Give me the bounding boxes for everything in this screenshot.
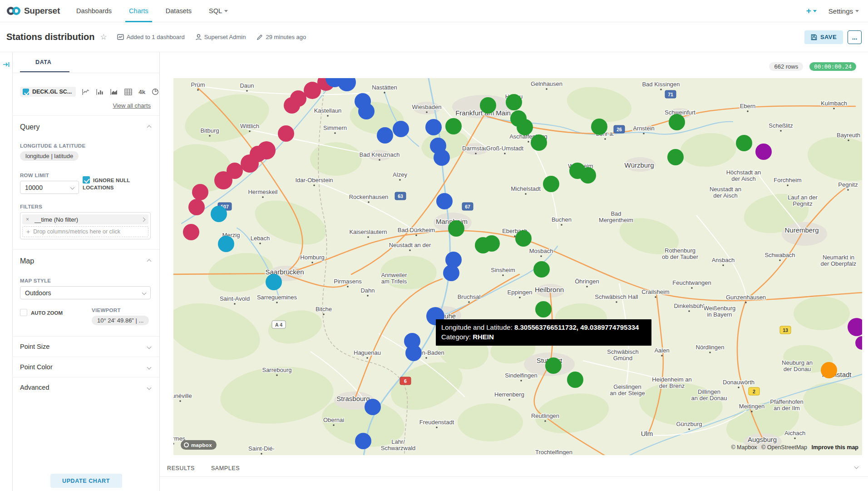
mapbox-attribution-link[interactable]: © Mapbox (731, 444, 757, 451)
map-point[interactable] (266, 274, 282, 290)
map-point[interactable] (434, 149, 450, 166)
nav-charts[interactable]: Charts (129, 0, 148, 22)
filter-chip[interactable]: × __time (No filter) (22, 214, 148, 224)
viz-selected-check (23, 89, 29, 95)
map-point[interactable] (436, 193, 453, 209)
save-button[interactable]: SAVE (804, 30, 843, 44)
lonlat-chip[interactable]: longitude | latitude (20, 151, 79, 161)
panel-tabs: DATA (13, 52, 159, 73)
map-point[interactable] (480, 97, 496, 114)
map-point[interactable] (445, 118, 462, 134)
map-point[interactable] (580, 167, 596, 184)
map-town-label: Rothenburgob der Tauber (662, 247, 699, 260)
auto-zoom-checkbox[interactable] (20, 309, 27, 316)
ignore-null-checkbox[interactable] (83, 176, 90, 184)
filter-drop-zone[interactable]: + Drop columns/metrics here or click (22, 226, 148, 237)
map-point[interactable] (533, 261, 550, 278)
line-chart-icon[interactable] (82, 89, 90, 95)
nav-dashboards[interactable]: Dashboards (76, 0, 112, 22)
nav-sql[interactable]: SQL (209, 0, 228, 22)
tab-results[interactable]: RESULTS (167, 465, 195, 476)
big-number-icon[interactable]: 4k (138, 89, 145, 95)
map-point[interactable] (188, 199, 205, 215)
map-point[interactable] (483, 235, 500, 252)
map-point[interactable] (443, 265, 459, 281)
viewport-chip[interactable]: 10° 24' 49.86" | ... (92, 316, 149, 325)
map-point[interactable] (405, 345, 422, 361)
map-town-label: Haguenau (354, 349, 381, 356)
map-point[interactable] (736, 135, 752, 151)
map-point[interactable] (284, 97, 300, 114)
map-point[interactable] (535, 301, 552, 317)
settings-menu[interactable]: Settings (829, 7, 859, 15)
pie-chart-icon[interactable] (152, 88, 159, 95)
improve-map-link[interactable]: Improve this map (812, 444, 859, 451)
superset-logo[interactable]: Superset (6, 6, 60, 16)
map-point[interactable] (755, 144, 772, 160)
advanced-section[interactable]: Advanced (20, 377, 151, 397)
last-modified-badge[interactable]: 29 minutes ago (256, 34, 306, 40)
map-town-dot (546, 88, 547, 90)
map-point[interactable] (393, 121, 409, 137)
map-point[interactable] (591, 119, 607, 135)
tab-data[interactable]: DATA (20, 52, 69, 72)
map-point[interactable] (214, 171, 232, 189)
map-point[interactable] (304, 82, 321, 99)
map-point[interactable] (183, 224, 199, 240)
viz-type-selected[interactable]: DECK.GL SC... (20, 87, 76, 97)
map-town-dot (779, 259, 781, 261)
nav-datasets[interactable]: Datasets (166, 0, 192, 22)
map-point[interactable] (241, 154, 259, 173)
map-point[interactable] (192, 184, 208, 200)
table-icon[interactable] (124, 89, 132, 95)
row-limit-select[interactable]: 10000 (20, 181, 79, 194)
favorite-star-icon[interactable]: ☆ (100, 32, 107, 42)
road-shield-number: 2 (753, 389, 755, 394)
bar-chart-icon[interactable] (96, 89, 104, 95)
map-point[interactable] (211, 206, 227, 222)
deckgl-map[interactable]: PrümDaunNastättenGelnhausenBad Kissingen… (173, 78, 862, 455)
new-button[interactable]: + (806, 6, 817, 16)
map-town-label: Nastätten (372, 84, 397, 91)
map-town-label: Pfaffenhofenan der Ilm (770, 398, 804, 412)
map-point[interactable] (543, 176, 559, 192)
map-town-label: Donauwörth (723, 379, 755, 386)
map-town-label: Alzey (393, 171, 407, 178)
map-point[interactable] (506, 94, 522, 110)
chart-header: Stations distribution ☆ Added to 1 dashb… (0, 22, 868, 52)
more-actions-button[interactable]: ... (848, 30, 862, 44)
collapse-panel-icon[interactable] (3, 61, 10, 68)
map-point[interactable] (669, 114, 685, 130)
map-forest (794, 297, 850, 330)
map-point[interactable] (515, 230, 532, 247)
map-style-select[interactable]: Outdoors (20, 286, 151, 299)
dashboards-badge[interactable]: Added to 1 dashboard (117, 34, 185, 40)
remove-filter-icon[interactable]: × (26, 216, 29, 223)
map-point[interactable] (517, 119, 533, 135)
point-color-section[interactable]: Point Color (20, 357, 151, 377)
osm-attribution-link[interactable]: © OpenStreetMap (761, 444, 807, 451)
point-size-section[interactable]: Point Size (20, 337, 151, 357)
query-section-header[interactable]: Query (20, 123, 151, 131)
map-section-header[interactable]: Map (20, 257, 151, 265)
control-panel: DATA DECK.GL SC... 4k View all charts Qu… (13, 52, 160, 491)
map-point[interactable] (358, 103, 375, 119)
map-point[interactable] (218, 236, 234, 252)
map-point[interactable] (377, 127, 393, 144)
map-point[interactable] (425, 119, 442, 135)
map-town-dot (262, 196, 264, 198)
map-point[interactable] (448, 220, 464, 237)
tab-samples[interactable]: SAMPLES (211, 465, 240, 476)
map-point[interactable] (667, 149, 684, 165)
map-point[interactable] (355, 433, 371, 449)
map-point[interactable] (278, 125, 294, 142)
map-point[interactable] (531, 134, 547, 151)
road-shield-number: 26 (616, 127, 622, 132)
map-point[interactable] (545, 357, 562, 374)
area-chart-icon[interactable] (110, 89, 118, 95)
mapbox-logo[interactable]: mapbox (181, 440, 217, 450)
map-point[interactable] (821, 362, 837, 378)
map-point[interactable] (567, 372, 583, 388)
update-chart-button[interactable]: UPDATE CHART (50, 474, 122, 488)
map-point[interactable] (365, 399, 381, 415)
